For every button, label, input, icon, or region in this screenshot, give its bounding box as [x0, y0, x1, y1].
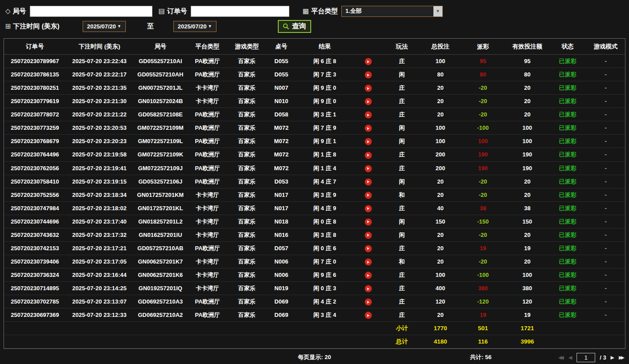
cell-result: 闲 0 庄 6: [296, 241, 353, 255]
play-video-icon[interactable]: [365, 112, 372, 118]
search-icon: [283, 23, 289, 30]
play-video-icon[interactable]: [365, 85, 372, 92]
column-header-valid-bet: 有效投注额: [506, 39, 549, 55]
cell-platform: PA欧洲厅: [188, 241, 227, 255]
play-video-icon[interactable]: [365, 259, 372, 265]
play-video-icon[interactable]: [365, 205, 372, 212]
cell-total-bet: 150: [421, 215, 460, 228]
cell-platform: PA欧洲厅: [188, 68, 227, 81]
date-from-select[interactable]: 2025/07/20 ▼: [83, 21, 126, 32]
chevron-down-icon: ▼: [208, 24, 212, 28]
round-input[interactable]: [30, 6, 152, 17]
cell-valid-bet: 20: [506, 255, 549, 268]
cell-platform: 卡卡湾厅: [188, 215, 227, 228]
cell-bet-type: 和: [383, 255, 421, 268]
cell-table-no: M072: [267, 135, 296, 148]
cell-valid-bet: 20: [506, 228, 549, 241]
cell-game: 百家乐: [227, 268, 267, 282]
cell-platform: 卡卡湾厅: [188, 255, 227, 268]
cell-payout: 80: [460, 68, 506, 81]
play-video-icon[interactable]: [365, 72, 372, 78]
cell-bet-type: 庄: [383, 201, 421, 215]
play-triangle: [367, 220, 369, 223]
play-video-icon[interactable]: [365, 232, 372, 239]
cell-result: 闲 7 庄 3: [296, 68, 353, 81]
play-video-icon[interactable]: [365, 272, 372, 279]
cell-payout: -20: [460, 188, 506, 201]
cell-platform: PA欧洲厅: [188, 121, 227, 135]
cell-total-bet: 400: [421, 282, 460, 295]
play-video-icon[interactable]: [365, 285, 372, 292]
play-video-icon[interactable]: [365, 312, 372, 319]
cell-payout: 380: [460, 282, 506, 295]
cell-play: [353, 215, 383, 228]
cell-play: [353, 135, 383, 148]
subtotal-label: 小计: [383, 322, 421, 335]
cell-bet-type: 庄: [383, 282, 421, 295]
page-input[interactable]: [577, 353, 595, 362]
cell-order: 250720230736324: [4, 268, 66, 282]
cell-platform: 卡卡湾厅: [188, 268, 227, 282]
cell-valid-bet: 20: [506, 175, 549, 188]
cell-order: 250720230739406: [4, 255, 66, 268]
play-video-icon[interactable]: [365, 58, 372, 65]
play-video-icon[interactable]: [365, 125, 372, 132]
chevron-down-icon: ▼: [117, 24, 121, 28]
total-payout: 116: [460, 335, 506, 348]
cell-time: 2025-07-20 23:20:23: [66, 135, 133, 148]
cell-bet-type: 闲: [383, 175, 421, 188]
play-video-icon[interactable]: [365, 179, 372, 185]
cell-mode: -: [586, 282, 625, 295]
cell-mode: -: [586, 55, 625, 68]
last-page-button[interactable]: ▶▶: [619, 355, 625, 360]
play-video-icon[interactable]: [365, 192, 372, 199]
date-from-value: 2025/07/20: [87, 23, 116, 30]
play-triangle: [367, 274, 369, 277]
play-video-icon[interactable]: [365, 299, 372, 305]
next-page-button[interactable]: ▶: [611, 355, 614, 360]
cell-total-bet: 20: [421, 108, 460, 121]
play-triangle: [367, 207, 369, 210]
table-row: 2507202307861352025-07-20 23:22:17GD0552…: [4, 68, 625, 81]
play-triangle: [367, 167, 369, 170]
cell-payout: -20: [460, 228, 506, 241]
play-video-icon[interactable]: [365, 152, 372, 159]
table-row: 2507202307421532025-07-20 23:17:21GD0572…: [4, 241, 625, 255]
cell-game: 百家乐: [227, 188, 267, 201]
cell-play: [353, 228, 383, 241]
first-page-button[interactable]: ◀◀: [558, 355, 564, 360]
cell-valid-bet: 20: [506, 81, 549, 95]
play-video-icon[interactable]: [365, 138, 372, 145]
search-button[interactable]: 查询: [278, 20, 311, 33]
to-label: 至: [147, 22, 154, 31]
cell-total-bet: 20: [421, 188, 460, 201]
cell-bet-type: 庄: [383, 161, 421, 175]
play-triangle: [367, 180, 369, 183]
cell-round: GN0102572024B: [133, 95, 188, 108]
cell-play: [353, 295, 383, 308]
cell-play: [353, 95, 383, 108]
cell-bet-type: 庄: [383, 295, 421, 308]
column-header-table: 桌号: [267, 39, 296, 55]
play-video-icon[interactable]: [365, 245, 372, 252]
cell-mode: -: [586, 68, 625, 81]
cell-valid-bet: 20: [506, 188, 549, 201]
order-input[interactable]: [191, 6, 289, 17]
platform-select[interactable]: 1.全部 ▼: [341, 6, 443, 17]
prev-page-button[interactable]: ◀: [569, 355, 572, 360]
cell-order: 250720230714895: [4, 282, 66, 295]
cell-game: 百家乐: [227, 255, 267, 268]
play-video-icon[interactable]: [365, 165, 372, 172]
play-video-icon[interactable]: [365, 98, 372, 105]
cell-order: 250720230780251: [4, 81, 66, 95]
filter-row-2: ⊞ 下注时间 (美东) 2025/07/20 ▼ 至 2025/07/20 ▼ …: [5, 19, 624, 34]
search-button-label: 查询: [292, 22, 306, 31]
column-header-payout: 派彩: [460, 39, 506, 55]
play-video-icon[interactable]: [365, 219, 372, 225]
date-to-select[interactable]: 2025/07/20 ▼: [173, 21, 216, 32]
page-separator: /: [600, 354, 601, 361]
cell-time: 2025-07-20 23:17:40: [66, 215, 133, 228]
cell-time: 2025-07-20 23:18:34: [66, 188, 133, 201]
subtotal-row: 小计 1770 501 1721: [4, 322, 625, 335]
cell-status: 已派彩: [549, 161, 587, 175]
